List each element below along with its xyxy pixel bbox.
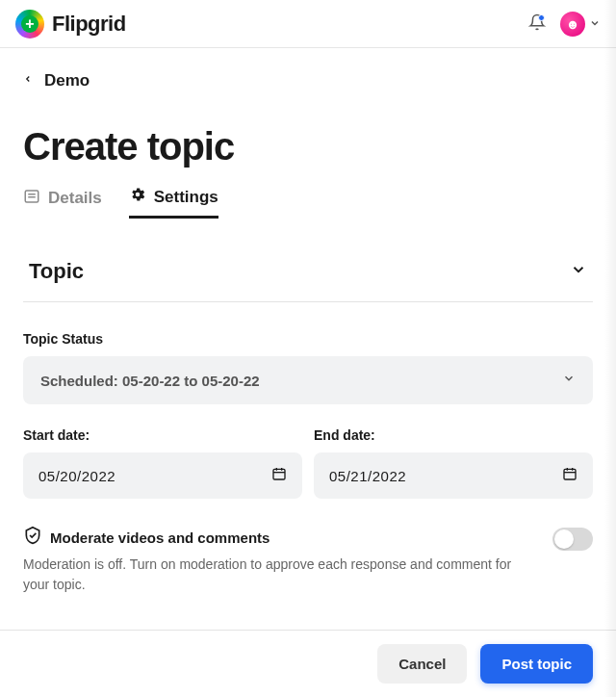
page-title: Create topic <box>23 125 593 168</box>
end-date-label: End date: <box>314 427 593 443</box>
field-end-date: End date: <box>314 427 593 499</box>
toggle-knob <box>554 529 574 549</box>
app-header: + Flipgrid ☻ <box>0 0 616 48</box>
topic-status-label: Topic Status <box>23 331 593 347</box>
brand-name: Flipgrid <box>52 12 126 37</box>
details-icon <box>23 188 40 210</box>
gear-icon <box>129 186 146 208</box>
post-topic-button[interactable]: Post topic <box>480 644 593 684</box>
notification-dot-icon <box>538 14 545 21</box>
end-date-input[interactable] <box>329 468 562 484</box>
calendar-icon <box>271 466 287 485</box>
section-title: Topic <box>29 259 84 284</box>
moderate-toggle[interactable] <box>552 528 593 551</box>
brand-logo-icon: + <box>15 10 44 39</box>
avatar-face-icon: ☻ <box>566 16 580 32</box>
chevron-down-icon <box>570 261 587 282</box>
tab-settings[interactable]: Settings <box>129 186 218 219</box>
main-content: Demo Create topic Details Settings Topic… <box>0 48 616 595</box>
field-topic-status: Topic Status Scheduled: 05-20-22 to 05-2… <box>23 331 593 404</box>
start-date-input-wrap[interactable] <box>23 452 302 499</box>
plus-icon: + <box>25 16 34 32</box>
start-date-input[interactable] <box>38 468 271 484</box>
tab-details[interactable]: Details <box>23 186 102 219</box>
header-right: ☻ <box>527 12 601 37</box>
breadcrumb-label: Demo <box>44 71 90 90</box>
topic-status-value: Scheduled: 05-20-22 to 05-20-22 <box>40 373 260 389</box>
moderate-description: Moderation is off. Turn on moderation to… <box>23 555 533 595</box>
field-start-date: Start date: <box>23 427 302 499</box>
topic-status-select[interactable]: Scheduled: 05-20-22 to 05-20-22 <box>23 356 593 404</box>
notifications-button[interactable] <box>527 14 547 34</box>
avatar: ☻ <box>560 12 585 37</box>
section-topic-toggle[interactable]: Topic <box>23 247 593 302</box>
tabs: Details Settings <box>23 186 593 219</box>
calendar-icon <box>562 466 578 485</box>
shield-check-icon <box>23 526 42 549</box>
chevron-down-icon <box>589 15 601 33</box>
chevron-left-icon <box>23 72 33 90</box>
footer-actions: Cancel Post topic <box>0 630 616 697</box>
breadcrumb-back[interactable]: Demo <box>23 71 593 90</box>
svg-rect-3 <box>273 469 285 479</box>
date-row: Start date: End date: <box>23 427 593 499</box>
moderate-text: Moderate videos and comments Moderation … <box>23 526 533 595</box>
start-date-label: Start date: <box>23 427 302 443</box>
tab-details-label: Details <box>48 189 102 208</box>
chevron-down-icon <box>562 372 576 389</box>
cancel-button[interactable]: Cancel <box>377 644 467 684</box>
user-menu[interactable]: ☻ <box>560 12 601 37</box>
brand[interactable]: + Flipgrid <box>15 10 126 39</box>
tab-settings-label: Settings <box>154 188 218 207</box>
moderate-title: Moderate videos and comments <box>50 529 270 546</box>
moderate-block: Moderate videos and comments Moderation … <box>23 526 593 595</box>
svg-rect-7 <box>564 469 576 479</box>
moderate-header: Moderate videos and comments <box>23 526 533 549</box>
end-date-input-wrap[interactable] <box>314 452 593 499</box>
